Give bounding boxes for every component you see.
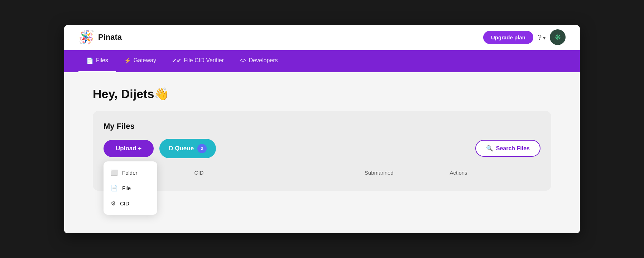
queue-label: D Queue xyxy=(169,145,194,152)
folder-icon: ⬜ xyxy=(111,169,118,176)
table-header: CID Submarined Actions xyxy=(104,165,540,180)
nav-item-gateway-label: Gateway xyxy=(134,57,156,64)
col-actions: Actions xyxy=(450,170,535,176)
file-icon: 📄 xyxy=(111,185,118,191)
nav-item-developers-label: Developers xyxy=(249,57,278,64)
dropdown-item-folder-label: Folder xyxy=(122,170,138,176)
main-content: Hey, Dijets👋 My Files Upload + ⬜ Folder … xyxy=(64,72,580,233)
gateway-nav-icon: ⚡ xyxy=(124,57,131,64)
dropdown-item-cid[interactable]: ⚙ CID xyxy=(104,196,157,211)
help-button[interactable]: ? xyxy=(538,33,546,42)
nav-item-gateway[interactable]: ⚡ Gateway xyxy=(116,50,164,72)
search-files-button[interactable]: 🔍 Search Files xyxy=(475,140,540,157)
browser-window: 🪅 Pinata Upgrade plan ? ❋ 📄 Files ⚡ Gate… xyxy=(64,25,580,233)
nav-item-files-label: Files xyxy=(96,57,108,64)
help-icon: ? xyxy=(538,33,542,42)
greeting-heading: Hey, Dijets👋 xyxy=(93,87,551,101)
main-nav: 📄 Files ⚡ Gateway ✔✔ File CID Verifier <… xyxy=(64,50,580,72)
upload-dropdown-container: Upload + ⬜ Folder 📄 File ⚙ C xyxy=(104,140,154,157)
col-submarined: Submarined xyxy=(365,170,450,176)
queue-badge: 2 xyxy=(197,144,207,153)
header-actions: Upgrade plan ? ❋ xyxy=(483,29,566,45)
upload-button[interactable]: Upload + xyxy=(104,140,154,157)
cid-icon: ⚙ xyxy=(111,200,116,207)
chevron-down-icon xyxy=(543,33,546,42)
dropdown-item-file-label: File xyxy=(122,185,131,191)
header-logo-area: 🪅 Pinata xyxy=(78,31,122,44)
search-files-label: Search Files xyxy=(496,145,530,152)
verifier-nav-icon: ✔✔ xyxy=(172,57,181,64)
logo-icon: 🪅 xyxy=(78,31,95,44)
queue-button[interactable]: D Queue 2 xyxy=(159,139,216,158)
logo-text: Pinata xyxy=(98,33,122,42)
toolbar: Upload + ⬜ Folder 📄 File ⚙ C xyxy=(104,139,540,158)
nav-item-files[interactable]: 📄 Files xyxy=(78,50,116,72)
avatar-button[interactable]: ❋ xyxy=(550,29,566,45)
upgrade-plan-button[interactable]: Upgrade plan xyxy=(483,31,533,44)
dropdown-item-folder[interactable]: ⬜ Folder xyxy=(104,165,157,180)
developers-nav-icon: <> xyxy=(240,57,246,64)
nav-item-file-cid-verifier[interactable]: ✔✔ File CID Verifier xyxy=(164,50,232,72)
col-cid: CID xyxy=(194,170,365,176)
header: 🪅 Pinata Upgrade plan ? ❋ xyxy=(64,25,580,50)
files-title: My Files xyxy=(104,122,540,131)
dropdown-item-file[interactable]: 📄 File xyxy=(104,180,157,196)
nav-item-verifier-label: File CID Verifier xyxy=(184,57,224,64)
upload-dropdown-menu: ⬜ Folder 📄 File ⚙ CID xyxy=(104,161,157,215)
avatar-icon: ❋ xyxy=(555,33,561,42)
files-panel: My Files Upload + ⬜ Folder 📄 File xyxy=(93,111,551,191)
dropdown-item-cid-label: CID xyxy=(120,200,129,206)
files-nav-icon: 📄 xyxy=(86,57,93,64)
search-icon: 🔍 xyxy=(486,145,493,152)
nav-item-developers[interactable]: <> Developers xyxy=(232,50,286,72)
